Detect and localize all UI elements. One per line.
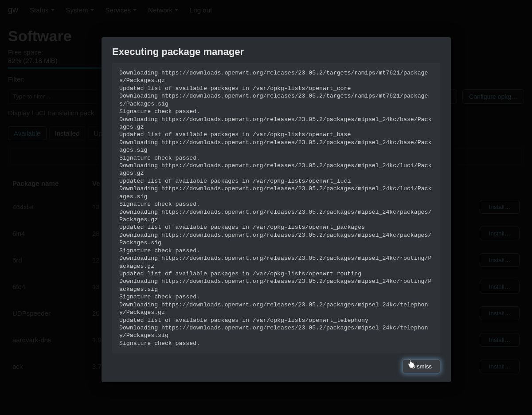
dismiss-button[interactable]: Dismiss xyxy=(403,360,440,373)
modal-log-output: Downloading https://downloads.openwrt.or… xyxy=(112,63,440,353)
modal-title: Executing package manager xyxy=(112,46,440,58)
modal-executing-package-manager: Executing package manager Downloading ht… xyxy=(102,37,451,382)
